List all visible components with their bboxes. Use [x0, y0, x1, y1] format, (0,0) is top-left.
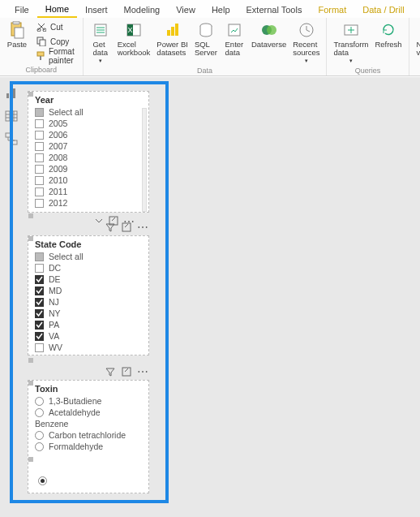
list-item[interactable]: WV: [35, 342, 142, 353]
ribbon-tabs: File Home Insert Modeling View Help Exte…: [0, 0, 420, 18]
tab-home[interactable]: Home: [37, 1, 77, 18]
chevron-down-icon[interactable]: [94, 214, 104, 229]
focus-mode-icon[interactable]: [121, 222, 132, 233]
checkbox-icon: [35, 119, 44, 128]
list-item[interactable]: 2007: [35, 140, 142, 152]
transform-data-button[interactable]: Transform data▾: [330, 19, 371, 66]
more-options-icon[interactable]: [137, 366, 148, 377]
pbi-datasets-button[interactable]: Power BI datasets: [153, 19, 191, 59]
filter-icon[interactable]: [105, 366, 116, 377]
slicer-year-select-all[interactable]: Select all: [35, 106, 142, 118]
list-item[interactable]: Carbon tetrachloride: [35, 429, 142, 441]
get-data-icon: [92, 21, 109, 39]
group-label-queries: Queries: [330, 66, 405, 76]
radio-icon: [38, 476, 47, 485]
slicer-state[interactable]: State Code Select all DCDEMDNJNYPAVAWV: [28, 235, 149, 355]
excel-button[interactable]: XExcel workbook: [114, 19, 154, 59]
slicer-toxin-items: 1,3-ButadieneAcetaldehydeBenzeneCarbon t…: [28, 395, 148, 457]
list-item[interactable]: NJ: [35, 296, 142, 308]
sql-icon: [197, 21, 215, 39]
get-data-button[interactable]: Get data▾: [87, 19, 114, 66]
recent-icon: [298, 21, 315, 39]
list-item[interactable]: 2005: [35, 118, 142, 129]
list-item[interactable]: 2009: [35, 163, 142, 174]
format-painter-icon: [36, 50, 45, 62]
paste-button[interactable]: Paste: [3, 19, 31, 50]
new-visual-button[interactable]: New visual: [413, 19, 420, 59]
group-label-clipboard: Clipboard: [3, 65, 79, 75]
group-label-insert: Insert: [413, 65, 420, 75]
dataverse-button[interactable]: Dataverse: [248, 19, 289, 50]
checkbox-icon: [35, 131, 44, 140]
svg-text:X: X: [127, 26, 132, 34]
list-item[interactable]: DC: [35, 262, 142, 274]
list-item[interactable]: 1,3-Butadiene: [35, 395, 142, 407]
checkbox-indeterminate-icon: [35, 108, 44, 117]
checkbox-icon: [35, 298, 44, 307]
list-item[interactable]: Acetaldehyde: [35, 407, 142, 418]
enter-data-button[interactable]: Enter data: [221, 19, 248, 59]
svg-rect-6: [40, 40, 45, 46]
checkbox-icon: [35, 321, 44, 330]
tab-format[interactable]: Format: [310, 2, 354, 17]
slicer-toxin-actions: [105, 366, 148, 377]
tab-help[interactable]: Help: [204, 2, 238, 17]
list-item[interactable]: 2011: [35, 186, 142, 197]
sql-button[interactable]: SQL Server: [191, 19, 221, 59]
svg-point-19: [267, 25, 276, 35]
checkbox-icon: [35, 275, 44, 284]
tab-external-tools[interactable]: External Tools: [238, 2, 311, 17]
group-insert: New visual AText box Insert: [409, 18, 420, 75]
checkbox-indeterminate-icon: [35, 252, 44, 261]
list-item[interactable]: MD: [35, 285, 142, 296]
tab-insert[interactable]: Insert: [77, 2, 116, 17]
list-item[interactable]: VA: [35, 330, 142, 342]
focus-mode-icon[interactable]: [121, 366, 132, 377]
checkbox-icon: [35, 176, 44, 185]
group-queries: Transform data▾ Refresh Queries: [327, 18, 409, 75]
scrollbar[interactable]: [142, 108, 147, 212]
slicer-year[interactable]: Year Select all 2005 2006 2007 2008 2009…: [28, 91, 149, 213]
checkbox-icon: [35, 142, 44, 151]
slicer-state-actions: [105, 222, 148, 233]
refresh-button[interactable]: Refresh: [371, 19, 405, 50]
checkbox-icon: [35, 199, 44, 208]
slicer-toxin[interactable]: Toxin 1,3-ButadieneAcetaldehydeBenzeneCa…: [28, 380, 149, 493]
filter-icon[interactable]: [105, 222, 116, 233]
list-item[interactable]: 2008: [35, 152, 142, 163]
checkbox-icon: [35, 343, 44, 352]
tab-data-drill[interactable]: Data / Drill: [354, 2, 412, 17]
tab-view[interactable]: View: [168, 2, 204, 17]
list-item[interactable]: 2010: [35, 174, 142, 186]
slicer-state-title: State Code: [28, 236, 148, 251]
paste-label: Paste: [7, 41, 27, 49]
svg-rect-8: [40, 56, 41, 60]
svg-rect-17: [229, 24, 240, 36]
recent-sources-button[interactable]: Recent sources▾: [289, 19, 323, 66]
tab-file[interactable]: File: [6, 2, 37, 17]
paste-icon: [8, 21, 26, 39]
list-item[interactable]: 2012: [35, 197, 142, 209]
radio-icon: [35, 442, 44, 451]
transform-icon: [342, 21, 360, 39]
more-options-icon[interactable]: [137, 222, 148, 233]
list-item[interactable]: Formaldehyde: [35, 441, 142, 452]
list-item[interactable]: DE: [35, 274, 142, 285]
slicer-year-title: Year: [28, 92, 148, 106]
checkbox-icon: [35, 165, 44, 174]
cut-button[interactable]: Cut: [32, 19, 79, 34]
tab-modeling[interactable]: Modeling: [116, 2, 169, 17]
svg-rect-2: [15, 28, 24, 38]
svg-rect-15: [175, 24, 178, 36]
list-item[interactable]: NY: [35, 308, 142, 319]
checkbox-icon: [35, 153, 44, 162]
list-item[interactable]: PA: [35, 319, 142, 330]
slicer-state-items: Select all DCDEMDNJNYPAVAWV: [28, 251, 148, 358]
radio-icon: [35, 397, 44, 406]
list-item[interactable]: 2006: [35, 129, 142, 140]
group-data: Get data▾ XExcel workbook Power BI datas…: [84, 18, 328, 75]
slicer-state-select-all[interactable]: Select all: [35, 251, 142, 262]
cut-icon: [36, 21, 47, 32]
list-item[interactable]: Benzene: [35, 418, 142, 429]
format-painter-button[interactable]: Format painter: [32, 49, 79, 63]
